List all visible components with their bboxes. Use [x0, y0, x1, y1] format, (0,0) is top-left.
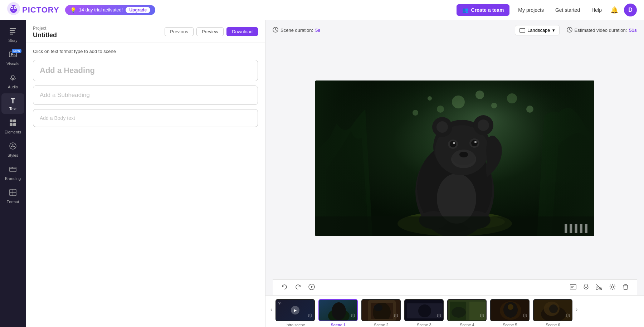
- delete-button[interactable]: [620, 282, 631, 294]
- timeline-scene-intro[interactable]: 👁 ▶ Intro scene: [274, 299, 317, 327]
- sidebar-item-visuals[interactable]: NEW Visuals: [1, 47, 24, 69]
- new-badge: NEW: [12, 49, 21, 53]
- settings-button[interactable]: [606, 282, 619, 294]
- elements-label: Elements: [5, 130, 21, 134]
- scene4-thumb: [447, 299, 487, 321]
- svg-rect-28: [519, 28, 525, 32]
- scene-duration-value: 5s: [315, 28, 320, 33]
- text-panel: Click on text format type to add to scen…: [26, 43, 265, 327]
- add-heading-button[interactable]: Add a Heading: [33, 60, 258, 81]
- undo-button[interactable]: [278, 282, 291, 294]
- create-team-button[interactable]: 👥 Create a team: [457, 4, 510, 16]
- my-projects-link[interactable]: My projects: [515, 7, 547, 13]
- orientation-button[interactable]: Landscape ▾: [515, 25, 560, 35]
- clock-icon: [273, 27, 278, 34]
- timeline-area: ‹ 👁 ▶ Intro scene: [265, 295, 644, 327]
- intro-scene-label: Intro scene: [286, 323, 305, 327]
- add-body-text-button[interactable]: Add a Body text: [33, 109, 258, 127]
- svg-rect-17: [13, 119, 16, 122]
- svg-rect-62: [315, 80, 372, 236]
- download-button[interactable]: Download: [226, 27, 258, 36]
- app-logo: PICTORY: [7, 2, 59, 18]
- svg-point-6: [12, 7, 13, 8]
- story-label: Story: [8, 38, 18, 43]
- sidebar-item-elements[interactable]: Elements: [1, 115, 24, 137]
- svg-point-7: [15, 7, 16, 8]
- logo-icon: [7, 2, 20, 18]
- notifications-button[interactable]: 🔔: [610, 6, 618, 14]
- estimated-duration: Estimated video duration: 51s: [567, 27, 637, 34]
- svg-point-39: [526, 106, 533, 113]
- timeline-row: ‹ 👁 ▶ Intro scene: [265, 299, 644, 327]
- format-icon: [9, 189, 17, 198]
- redo-button[interactable]: [292, 282, 304, 294]
- svg-point-1: [10, 5, 17, 13]
- microphone-button[interactable]: [581, 282, 591, 294]
- est-clock-icon: [567, 27, 572, 34]
- svg-point-14: [11, 75, 14, 79]
- help-link[interactable]: Help: [589, 7, 605, 13]
- sidebar-item-story[interactable]: Story: [1, 24, 24, 45]
- scene5-layers-icon: [522, 313, 527, 319]
- play-icon: ▶: [291, 306, 299, 314]
- preview-button[interactable]: Preview: [196, 27, 224, 36]
- sidebar-item-format[interactable]: Format: [1, 185, 24, 207]
- timeline-scene-2[interactable]: Scene 2: [360, 299, 402, 327]
- orientation-label: Landscape: [527, 28, 550, 33]
- svg-point-5: [15, 7, 16, 8]
- project-label: Project: [33, 26, 57, 31]
- svg-point-51: [459, 152, 468, 157]
- cut-button[interactable]: [593, 282, 605, 294]
- sidebar-item-branding[interactable]: Branding: [1, 162, 24, 184]
- svg-point-85: [418, 304, 431, 317]
- svg-point-38: [413, 110, 418, 116]
- svg-point-61: [474, 141, 477, 143]
- scene2-label: Scene 2: [374, 323, 388, 327]
- scene6-thumb: [533, 299, 572, 321]
- styles-icon: [9, 142, 17, 152]
- timeline-next-arrow[interactable]: ›: [574, 306, 579, 313]
- trial-label: 14 day trial activated!: [79, 7, 123, 13]
- trial-badge: 💡 14 day trial activated! Upgrade: [65, 5, 156, 15]
- timeline-scene-4[interactable]: Scene 4: [445, 299, 488, 327]
- svg-point-60: [471, 140, 478, 146]
- timeline-scene-1[interactable]: Scene 1: [317, 299, 360, 327]
- layers-icon: [308, 313, 313, 319]
- team-icon: 👥: [462, 7, 468, 13]
- svg-point-32: [452, 96, 465, 108]
- timeline-scene-3[interactable]: Scene 3: [402, 299, 445, 327]
- canvas-area: Scene duration: 5s Landscape ▾ Estimated…: [265, 20, 644, 295]
- text-panel-instruction: Click on text format type to add to scen…: [33, 49, 258, 54]
- svg-rect-10: [10, 32, 15, 33]
- create-team-label: Create a team: [471, 7, 504, 13]
- get-started-link[interactable]: Get started: [552, 7, 583, 13]
- right-area: Scene duration: 5s Landscape ▾ Estimated…: [265, 20, 644, 327]
- sidebar-item-audio[interactable]: Audio: [1, 70, 24, 92]
- scene6-layers-icon: [565, 313, 570, 319]
- visuals-label: Visuals: [6, 62, 19, 66]
- est-duration-label: Estimated video duration:: [575, 28, 627, 33]
- svg-point-72: [596, 288, 598, 290]
- scene2-thumb: [361, 299, 401, 321]
- timeline-scene-5[interactable]: Scene 5: [488, 299, 531, 327]
- svg-point-37: [507, 93, 517, 103]
- upgrade-button[interactable]: Upgrade: [126, 7, 150, 13]
- sidebar-item-styles[interactable]: Styles: [1, 138, 24, 160]
- add-subheading-button[interactable]: Add a Subheading: [33, 86, 258, 105]
- timeline-prev-arrow[interactable]: ‹: [269, 306, 274, 313]
- svg-point-46: [437, 174, 476, 224]
- sidebar: Story NEW Visuals Audio T Text Elem: [0, 20, 26, 327]
- story-icon: [9, 27, 17, 37]
- timeline-scene-6[interactable]: Scene 6: [531, 299, 574, 327]
- svg-point-53: [436, 121, 448, 133]
- scene3-layers-icon: [436, 313, 441, 319]
- sidebar-item-text[interactable]: T Text: [1, 93, 24, 114]
- play-button[interactable]: [306, 282, 318, 294]
- svg-rect-8: [10, 28, 16, 29]
- user-avatar[interactable]: D: [624, 4, 637, 16]
- caption-button[interactable]: [567, 282, 579, 293]
- svg-rect-64: [315, 216, 594, 236]
- scene5-label: Scene 5: [503, 323, 517, 327]
- previous-button[interactable]: Previous: [165, 27, 194, 36]
- est-duration-value: 51s: [629, 28, 637, 33]
